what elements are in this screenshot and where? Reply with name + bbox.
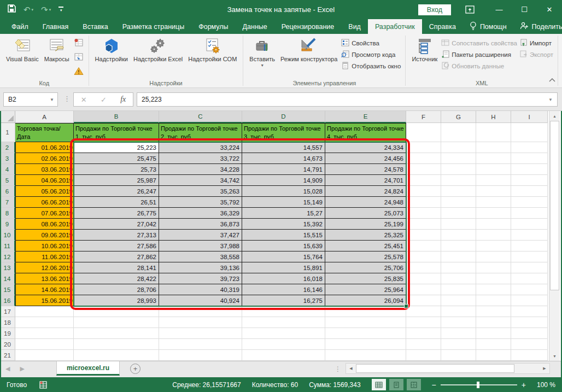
cell-H9[interactable] <box>476 219 511 230</box>
cell-C16[interactable]: 40,924 <box>159 295 242 306</box>
cell-A16[interactable]: 15.06.2019 <box>15 295 74 306</box>
row-header-2[interactable]: 2 <box>0 142 15 153</box>
cell-F20[interactable] <box>406 339 441 350</box>
cell-H18[interactable] <box>476 317 511 328</box>
cell-F19[interactable] <box>406 328 441 339</box>
insert-function-icon[interactable]: fx <box>120 95 126 104</box>
insert-control-button[interactable]: Вставить ▼ <box>247 36 278 69</box>
helper-entry[interactable]: Помощн <box>463 19 513 34</box>
zoom-slider[interactable] <box>441 384 517 385</box>
column-header-F[interactable]: F <box>406 111 441 123</box>
cell-H14[interactable] <box>476 273 511 284</box>
cell-G13[interactable] <box>441 262 476 273</box>
cell-E18[interactable] <box>325 317 406 328</box>
cell-C20[interactable] <box>159 339 242 350</box>
vscroll-down-icon[interactable]: ▼ <box>549 351 560 361</box>
page-layout-view-icon[interactable] <box>389 379 403 390</box>
cell-D9[interactable]: 15,392 <box>242 219 325 230</box>
cell-D20[interactable] <box>242 339 325 350</box>
cell-C11[interactable]: 37,988 <box>159 241 242 251</box>
cell-B10[interactable]: 27,313 <box>74 230 159 241</box>
name-box[interactable]: B2 ▼ <box>3 92 58 107</box>
map-properties-button[interactable]: Сопоставить свойства <box>441 39 517 48</box>
cell-I17[interactable] <box>511 306 548 317</box>
cell-H21[interactable] <box>476 350 511 361</box>
column-header-A[interactable]: A <box>15 111 74 123</box>
column-header-B[interactable]: B <box>74 111 159 123</box>
cell-C2[interactable]: 33,224 <box>159 142 242 153</box>
cell-G15[interactable] <box>441 284 476 295</box>
cell-G16[interactable] <box>441 295 476 306</box>
cell-E21[interactable] <box>325 350 406 361</box>
column-header-C[interactable]: C <box>159 111 242 123</box>
hscroll-left-icon[interactable]: ◀ <box>346 364 356 373</box>
header-cell-E1[interactable]: Продажи по Торговой точке 4, тыс. руб. <box>325 123 406 142</box>
cell-B2[interactable]: 25,223 <box>74 142 159 153</box>
customize-qat-button[interactable]: ▾ <box>58 7 63 13</box>
cell-E8[interactable]: 25,073 <box>325 208 406 219</box>
cell-B12[interactable]: 27,862 <box>74 251 159 262</box>
expansion-packs-button[interactable]: Пакеты расширения <box>441 50 517 59</box>
cell-A5[interactable]: 04.06.2019 <box>15 175 74 186</box>
worksheet-grid[interactable]: ABCDEFGHI1234567891011121314151617181920… <box>0 111 562 361</box>
cell-H10[interactable] <box>476 230 511 241</box>
column-header-E[interactable]: E <box>325 111 406 123</box>
cell-D18[interactable] <box>242 317 325 328</box>
cell-A10[interactable]: 09.06.2019 <box>15 230 74 241</box>
zoom-out-icon[interactable]: − <box>432 381 436 389</box>
row-header-1[interactable]: 1 <box>0 123 15 142</box>
cell-I3[interactable] <box>511 153 548 164</box>
cell-E14[interactable]: 25,835 <box>325 273 406 284</box>
cell-I9[interactable] <box>511 219 548 230</box>
cell-A2[interactable]: 01.06.2019 <box>15 142 74 153</box>
save-icon[interactable] <box>8 4 16 15</box>
row-header-15[interactable]: 15 <box>0 284 15 295</box>
tab-view[interactable]: Вид <box>341 19 368 34</box>
cell-H7[interactable] <box>476 197 511 208</box>
addins-button[interactable]: Надстройки <box>92 36 131 65</box>
cell-C13[interactable]: 39,136 <box>159 262 242 273</box>
cell-G12[interactable] <box>441 251 476 262</box>
cell-B18[interactable] <box>74 317 159 328</box>
refresh-data-button[interactable]: Обновить данные <box>441 62 517 71</box>
cell-G8[interactable] <box>441 208 476 219</box>
hscroll-right-icon[interactable]: ▶ <box>540 364 549 373</box>
cell-H3[interactable] <box>476 153 511 164</box>
tab-page-layout[interactable]: Разметка страницы <box>115 19 191 34</box>
record-macro-icon[interactable] <box>74 38 84 49</box>
cell-F7[interactable] <box>406 197 441 208</box>
cell-H13[interactable] <box>476 262 511 273</box>
cell-C21[interactable] <box>159 350 242 361</box>
cell-I18[interactable] <box>511 317 548 328</box>
cell-F21[interactable] <box>406 350 441 361</box>
cell-B3[interactable]: 25,475 <box>74 153 159 164</box>
cell-A15[interactable]: 14.06.2019 <box>15 284 74 295</box>
vertical-scrollbar[interactable]: ▲▼ <box>549 111 560 361</box>
tab-file[interactable]: Файл <box>4 19 36 34</box>
vscroll-up-icon[interactable]: ▲ <box>549 111 560 121</box>
collapse-ribbon-icon[interactable] <box>549 74 555 84</box>
row-header-3[interactable]: 3 <box>0 153 15 164</box>
cell-B9[interactable]: 27,042 <box>74 219 159 230</box>
cell-G21[interactable] <box>441 350 476 361</box>
formula-input[interactable]: 25,223 ▼ <box>137 92 558 107</box>
cell-H8[interactable] <box>476 208 511 219</box>
export-button[interactable]: Экспорт <box>519 50 553 59</box>
cell-I14[interactable] <box>511 273 548 284</box>
cell-G18[interactable] <box>441 317 476 328</box>
cell-E13[interactable]: 25,706 <box>325 262 406 273</box>
cell-H16[interactable] <box>476 295 511 306</box>
cell-H6[interactable] <box>476 186 511 197</box>
cell-I7[interactable] <box>511 197 548 208</box>
cell-C3[interactable]: 33,722 <box>159 153 242 164</box>
cell-G19[interactable] <box>441 328 476 339</box>
cell-F16[interactable] <box>406 295 441 306</box>
cell-H12[interactable] <box>476 251 511 262</box>
cell-H15[interactable] <box>476 284 511 295</box>
cell-C12[interactable]: 38,558 <box>159 251 242 262</box>
row-header-16[interactable]: 16 <box>0 295 15 306</box>
cell-A3[interactable]: 02.06.2019 <box>15 153 74 164</box>
cell-A18[interactable] <box>15 317 74 328</box>
row-header-7[interactable]: 7 <box>0 197 15 208</box>
cell-F11[interactable] <box>406 241 441 251</box>
